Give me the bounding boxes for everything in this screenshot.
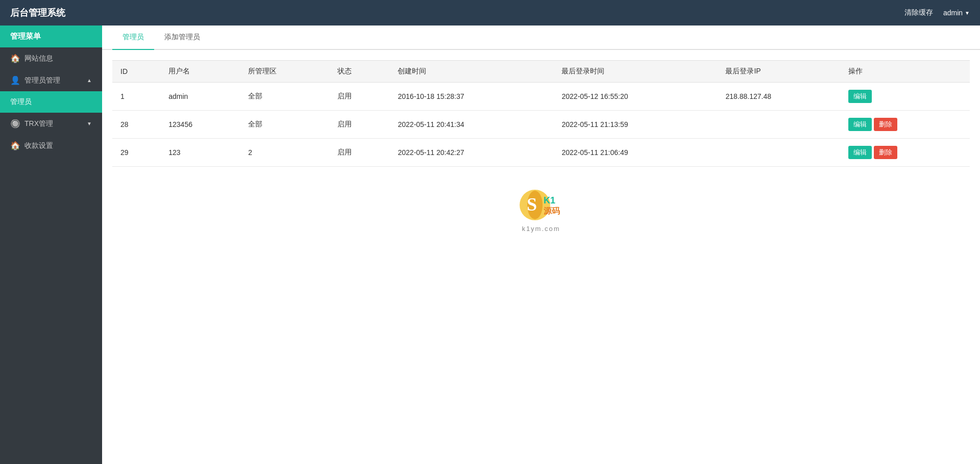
edit-button[interactable]: 编辑 [848, 90, 872, 103]
sidebar-item-label: 管理员管理 [24, 76, 60, 85]
table-row: 291232启用2022-05-11 20:42:272022-05-11 21… [112, 139, 970, 167]
cell-1: 123 [160, 139, 240, 167]
cell-5: 2022-05-12 16:55:20 [553, 83, 717, 111]
col-created: 创建时间 [389, 61, 553, 83]
tab-admin-list[interactable]: 管理员 [112, 25, 154, 50]
chevron-down-icon: ▼ [87, 121, 92, 126]
tab-add-admin[interactable]: 添加管理员 [154, 25, 210, 50]
cell-0: 1 [112, 83, 160, 111]
watermark-url: k1ym.com [522, 225, 560, 233]
delete-button[interactable]: 删除 [874, 118, 897, 131]
cell-0: 28 [112, 111, 160, 139]
cell-actions: 编辑 [840, 83, 970, 111]
sidebar-item-website-info[interactable]: 🏠 网站信息 [0, 47, 102, 69]
sidebar-item-label: TRX管理 [24, 119, 53, 128]
admin-menu[interactable]: admin [943, 9, 970, 17]
delete-button[interactable]: 删除 [874, 146, 897, 159]
cell-3: 启用 [329, 83, 390, 111]
cell-1: admin [160, 83, 240, 111]
cell-4: 2022-05-11 20:41:34 [389, 111, 553, 139]
trx-icon: 🔘 [10, 119, 20, 128]
table-header-row: ID 用户名 所管理区 状态 创建时间 最后登录时间 最后登录IP 操作 [112, 61, 970, 83]
cell-2: 全部 [240, 111, 329, 139]
cell-2: 2 [240, 139, 329, 167]
table-row: 1admin全部启用2016-10-18 15:28:372022-05-12 … [112, 83, 970, 111]
chevron-up-icon: ▲ [87, 78, 92, 83]
user-icon: 👤 [10, 75, 20, 85]
col-username: 用户名 [160, 61, 240, 83]
table-row: 28123456全部启用2022-05-11 20:41:342022-05-1… [112, 111, 970, 139]
cell-6 [717, 111, 840, 139]
edit-button[interactable]: 编辑 [848, 118, 872, 131]
col-last-login: 最后登录时间 [553, 61, 717, 83]
watermark-logo: S K1 源码 [516, 187, 567, 223]
cell-4: 2016-10-18 15:28:37 [389, 83, 553, 111]
payment-icon: 🏠 [10, 141, 20, 150]
clear-cache-button[interactable]: 清除缓存 [904, 8, 933, 17]
sidebar: 管理菜单 🏠 网站信息 👤 管理员管理 ▲ 管理员 🔘 TRX管理 ▼ [0, 25, 102, 464]
cell-1: 123456 [160, 111, 240, 139]
svg-text:源码: 源码 [544, 207, 560, 215]
table-container: ID 用户名 所管理区 状态 创建时间 最后登录时间 最后登录IP 操作 1ad… [102, 50, 980, 464]
col-status: 状态 [329, 61, 390, 83]
cell-3: 启用 [329, 139, 390, 167]
main-content: 管理员 添加管理员 ID 用户名 所管理区 状态 创建时间 最后登录时间 最后登… [102, 25, 980, 464]
sidebar-item-label: 管理员 [10, 97, 32, 107]
layout: 管理菜单 🏠 网站信息 👤 管理员管理 ▲ 管理员 🔘 TRX管理 ▼ [0, 25, 980, 464]
svg-text:S: S [527, 194, 537, 215]
admin-table: ID 用户名 所管理区 状态 创建时间 最后登录时间 最后登录IP 操作 1ad… [112, 60, 970, 167]
cell-4: 2022-05-11 20:42:27 [389, 139, 553, 167]
sidebar-menu-title: 管理菜单 [0, 25, 102, 47]
cell-3: 启用 [329, 111, 390, 139]
sidebar-item-label: 网站信息 [24, 54, 53, 63]
watermark: S K1 源码 k1ym.com [112, 167, 970, 243]
cell-actions: 编辑删除 [840, 111, 970, 139]
col-actions: 操作 [840, 61, 970, 83]
sidebar-item-admin-manage[interactable]: 👤 管理员管理 ▲ [0, 69, 102, 91]
sidebar-submenu-admin: 管理员 [0, 91, 102, 113]
edit-button[interactable]: 编辑 [848, 146, 872, 159]
app-title: 后台管理系统 [10, 7, 65, 19]
sidebar-item-payment-settings[interactable]: 🏠 收款设置 [0, 135, 102, 157]
svg-text:K1: K1 [544, 195, 555, 205]
cell-actions: 编辑删除 [840, 139, 970, 167]
tab-bar: 管理员 添加管理员 [102, 25, 980, 50]
col-id: ID [112, 61, 160, 83]
cell-5: 2022-05-11 21:13:59 [553, 111, 717, 139]
cell-6 [717, 139, 840, 167]
header-right: 清除缓存 admin [904, 8, 970, 17]
cell-6: 218.88.127.48 [717, 83, 840, 111]
sidebar-item-admin[interactable]: 管理员 [0, 91, 102, 113]
sidebar-item-trx-manage[interactable]: 🔘 TRX管理 ▼ [0, 113, 102, 135]
sidebar-item-label: 收款设置 [24, 141, 53, 150]
cell-5: 2022-05-11 21:06:49 [553, 139, 717, 167]
col-region: 所管理区 [240, 61, 329, 83]
cell-0: 29 [112, 139, 160, 167]
header: 后台管理系统 清除缓存 admin [0, 0, 980, 25]
home-icon: 🏠 [10, 54, 20, 63]
cell-2: 全部 [240, 83, 329, 111]
col-last-ip: 最后登录IP [717, 61, 840, 83]
